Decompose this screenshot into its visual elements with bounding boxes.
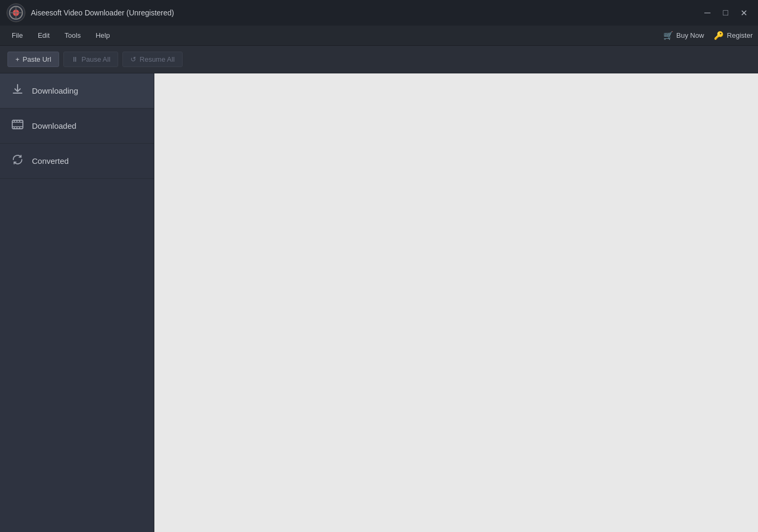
svg-rect-8 <box>14 120 15 122</box>
download-icon <box>11 83 24 98</box>
downloaded-label: Downloaded <box>32 121 76 130</box>
svg-rect-13 <box>19 127 20 128</box>
sidebar-item-downloading[interactable]: Downloading <box>0 73 154 109</box>
maximize-button[interactable]: □ <box>718 5 734 20</box>
register-label: Register <box>727 31 753 39</box>
svg-rect-9 <box>17 120 18 122</box>
menu-edit[interactable]: Edit <box>31 29 56 42</box>
sidebar-item-converted[interactable]: Converted <box>0 144 154 179</box>
title-bar: Aiseesoft Video Downloader (Unregistered… <box>0 0 758 26</box>
svg-rect-6 <box>12 122 23 123</box>
window-controls: ─ □ ✕ <box>699 5 752 20</box>
resume-all-button[interactable]: ↺ Resume All <box>122 52 183 67</box>
content-area <box>154 73 758 532</box>
cart-icon: 🛒 <box>663 31 673 40</box>
buy-now-button[interactable]: 🛒 Buy Now <box>663 31 704 40</box>
paste-url-button[interactable]: + Paste Url <box>7 52 59 67</box>
app-title: Aiseesoft Video Downloader (Unregistered… <box>31 9 699 17</box>
svg-rect-10 <box>19 120 20 122</box>
paste-url-icon: + <box>15 55 20 63</box>
paste-url-label: Paste Url <box>23 55 51 63</box>
pause-all-button[interactable]: ⏸ Pause All <box>63 52 118 67</box>
key-icon: 🔑 <box>714 31 724 40</box>
register-button[interactable]: 🔑 Register <box>714 31 753 40</box>
menu-help[interactable]: Help <box>89 29 117 42</box>
downloading-label: Downloading <box>32 86 78 95</box>
app-logo <box>6 3 26 22</box>
menu-bar-right: 🛒 Buy Now 🔑 Register <box>663 31 753 40</box>
menu-tools[interactable]: Tools <box>58 29 87 42</box>
sidebar-item-downloaded[interactable]: Downloaded <box>0 109 154 144</box>
toolbar: + Paste Url ⏸ Pause All ↺ Resume All <box>0 46 758 73</box>
main-layout: Downloading Downloaded <box>0 73 758 532</box>
pause-icon: ⏸ <box>71 55 78 63</box>
menu-items: File Edit Tools Help <box>5 29 663 42</box>
minimize-button[interactable]: ─ <box>699 5 715 20</box>
svg-rect-12 <box>17 127 18 128</box>
pause-all-label: Pause All <box>81 55 110 63</box>
close-button[interactable]: ✕ <box>736 5 752 20</box>
resume-all-label: Resume All <box>139 55 175 63</box>
film-icon <box>11 118 24 134</box>
sidebar: Downloading Downloaded <box>0 73 154 532</box>
menu-file[interactable]: File <box>5 29 29 42</box>
svg-rect-11 <box>14 127 15 128</box>
menu-bar: File Edit Tools Help 🛒 Buy Now 🔑 Registe… <box>0 26 758 46</box>
convert-icon <box>11 153 24 169</box>
resume-icon: ↺ <box>130 55 136 63</box>
buy-now-label: Buy Now <box>677 31 704 39</box>
converted-label: Converted <box>32 156 69 165</box>
